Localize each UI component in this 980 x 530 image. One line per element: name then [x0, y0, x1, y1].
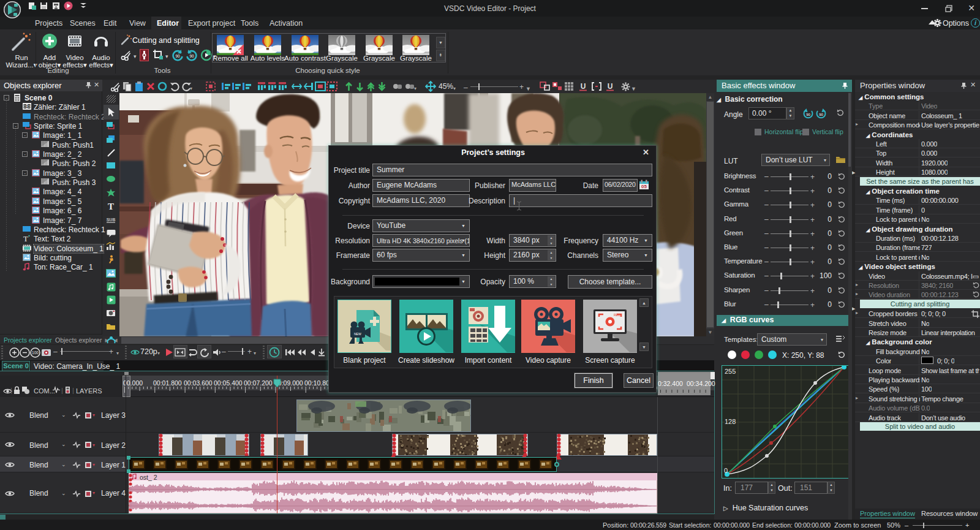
svg-text:SUB: SUB	[107, 217, 116, 222]
svg-text:REC: REC	[614, 313, 620, 317]
svg-text:90: 90	[819, 113, 823, 116]
svg-text:0: 0	[24, 104, 26, 108]
svg-text:0: 0	[28, 104, 30, 108]
svg-text:90: 90	[175, 54, 180, 58]
svg-text:90: 90	[806, 113, 810, 116]
svg-text:05: 05	[641, 184, 647, 189]
svg-text:U: U	[581, 82, 586, 91]
svg-text:100: 100	[32, 350, 39, 355]
svg-text:T: T	[108, 202, 114, 211]
svg-text:90: 90	[189, 54, 194, 58]
svg-text:T: T	[23, 235, 28, 242]
svg-text:U: U	[608, 82, 613, 91]
svg-text:NEW: NEW	[354, 332, 361, 336]
